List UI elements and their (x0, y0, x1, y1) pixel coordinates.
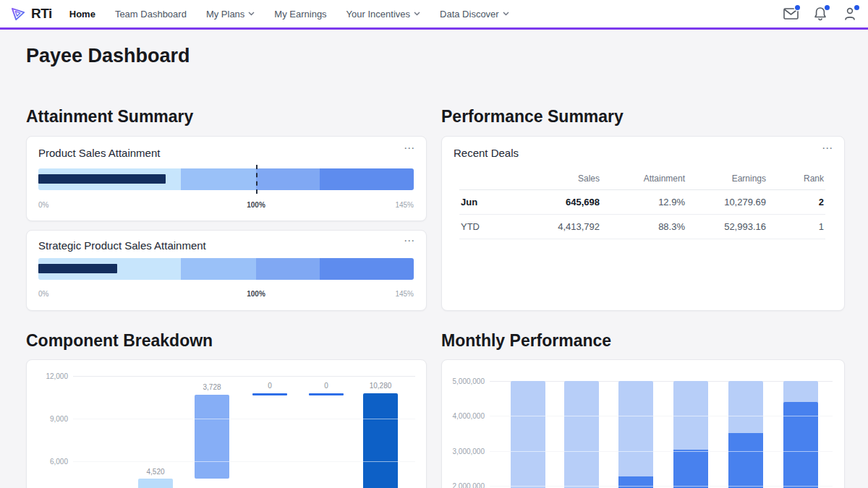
axis-tick-target: 100% (247, 290, 265, 298)
chevron-down-icon (248, 12, 255, 16)
waterfall-bar-4-zero (309, 393, 344, 395)
bar-value-label: 0 (305, 382, 348, 390)
axis-tick-max: 145% (395, 290, 414, 298)
waterfall-bar-1 (138, 479, 173, 488)
gridline (73, 376, 415, 377)
axis-tick-min: 0% (38, 201, 48, 209)
y-axis-tick: 9,000 (30, 415, 68, 423)
logo-triangle-icon (10, 6, 28, 22)
card-title: Recent Deals (454, 147, 519, 159)
earnings-link[interactable]: 10,279.69 (686, 190, 767, 215)
recent-deals-card: Recent Deals ⋯ Sales Attainment Earnings… (441, 136, 845, 311)
chevron-down-icon (414, 12, 420, 16)
top-nav: RTi Home Team Dashboard My Plans My Earn… (0, 0, 868, 30)
y-axis-tick: 5,000,000 (447, 377, 485, 385)
table-row-ytd: YTD 4,413,792 88.3% 52,993.16 1 (459, 215, 825, 239)
product-sales-attainment-card: Product Sales Attainment ⋯ 0% 100% 145% (26, 136, 427, 221)
recent-deals-table: Sales Attainment Earnings Rank Jun 645,6… (459, 168, 825, 239)
more-options-icon[interactable]: ⋯ (822, 141, 834, 155)
more-options-icon[interactable]: ⋯ (404, 141, 416, 155)
nav-item-your-incentives[interactable]: Your Incentives (346, 9, 420, 20)
card-title: Strategic Product Sales Attainment (38, 239, 206, 252)
bullet-band-2 (181, 258, 256, 280)
nav-item-data-discover[interactable]: Data Discover (440, 9, 509, 20)
bullet-band-4 (320, 168, 414, 190)
axis-tick-max: 145% (395, 201, 414, 209)
component-breakdown-card: 12,000 9,000 6,000 4,520 3,728 0 0 10,28… (26, 359, 427, 488)
gridline-overlay (490, 416, 833, 416)
target-bar-3 (618, 381, 653, 488)
axis-tick-min: 0% (38, 290, 48, 298)
performance-summary-heading: Performance Summary (441, 107, 624, 127)
gridline-overlay (490, 486, 833, 487)
notification-dot (795, 5, 800, 10)
bullet-band-2 (181, 168, 256, 190)
rank-value: 1 (767, 215, 825, 239)
strategic-product-sales-attainment-card: Strategic Product Sales Attainment ⋯ 0% … (26, 230, 427, 311)
y-axis-tick: 2,000,000 (447, 482, 485, 488)
attainment-value: 88.3% (601, 215, 686, 239)
column-header (459, 168, 510, 190)
attainment-bar-6 (783, 402, 818, 488)
bullet-target-marker (256, 165, 258, 194)
component-breakdown-heading: Component Breakdown (26, 331, 213, 351)
y-axis-tick: 12,000 (30, 372, 68, 380)
bullet-value-bar (38, 174, 166, 184)
bullet-band-3 (256, 168, 320, 190)
bell-icon[interactable] (812, 6, 828, 22)
waterfall-bar-3-zero (252, 393, 287, 395)
target-bar-2 (564, 381, 599, 488)
bar-value-label: 3,728 (190, 383, 234, 391)
attainment-bar-5 (728, 433, 763, 488)
gridline-overlay (73, 461, 415, 462)
bullet-band-3 (256, 258, 320, 280)
gridline-overlay (490, 451, 833, 452)
column-header-attainment: Attainment (601, 168, 686, 190)
bullet-chart (38, 168, 414, 190)
nav-item-my-earnings[interactable]: My Earnings (274, 9, 326, 20)
more-options-icon[interactable]: ⋯ (404, 234, 416, 248)
bar-value-label: 4,520 (134, 468, 177, 476)
bullet-band-4 (320, 258, 414, 280)
column-header-earnings: Earnings (686, 168, 767, 190)
rank-value: 2 (767, 190, 825, 215)
bullet-value-bar (38, 264, 117, 273)
waterfall-bar-5-total (363, 393, 398, 488)
monthly-performance-heading: Monthly Performance (441, 331, 611, 351)
column-header-sales: Sales (510, 168, 601, 190)
mail-icon[interactable] (783, 6, 799, 22)
table-row-jun: Jun 645,698 12.9% 10,279.69 2 (459, 190, 825, 215)
bullet-chart (38, 258, 414, 280)
logo-text: RTi (31, 6, 52, 22)
table-header-row: Sales Attainment Earnings Rank (459, 168, 825, 190)
chevron-down-icon (503, 12, 509, 16)
attainment-bar-4 (673, 450, 708, 488)
nav-item-home[interactable]: Home (69, 9, 95, 20)
nav-item-my-plans[interactable]: My Plans (206, 9, 255, 20)
bullet-axis: 0% 100% 145% (38, 290, 414, 299)
nav-menu: Home Team Dashboard My Plans My Earnings… (69, 9, 509, 20)
target-bar-1 (511, 381, 545, 488)
waterfall-bar-2 (195, 395, 229, 479)
monthly-performance-card: 5,000,000 4,000,000 3,000,000 2,000,000 (441, 359, 845, 488)
nav-item-team-dashboard[interactable]: Team Dashboard (115, 9, 187, 20)
notification-dot (854, 5, 859, 10)
row-label: YTD (459, 215, 510, 239)
y-axis-tick: 3,000,000 (447, 448, 485, 455)
earnings-value: 52,993.16 (686, 215, 767, 239)
row-label: Jun (459, 190, 510, 215)
y-axis-tick: 6,000 (30, 458, 68, 466)
bullet-axis: 0% 100% 145% (38, 201, 414, 210)
user-icon[interactable] (842, 6, 858, 22)
nav-icon-group (783, 6, 858, 22)
attainment-value: 12.9% (601, 190, 686, 215)
sales-value: 645,698 (510, 190, 601, 215)
page-title: Payee Dashboard (26, 45, 190, 67)
axis-tick-target: 100% (247, 201, 265, 209)
notification-dot (825, 5, 830, 10)
app-logo[interactable]: RTi (10, 6, 52, 22)
card-title: Product Sales Attainment (38, 147, 160, 159)
column-header-rank: Rank (767, 168, 825, 190)
bar-value-label: 10,280 (359, 382, 402, 390)
gridline-overlay (73, 419, 415, 419)
